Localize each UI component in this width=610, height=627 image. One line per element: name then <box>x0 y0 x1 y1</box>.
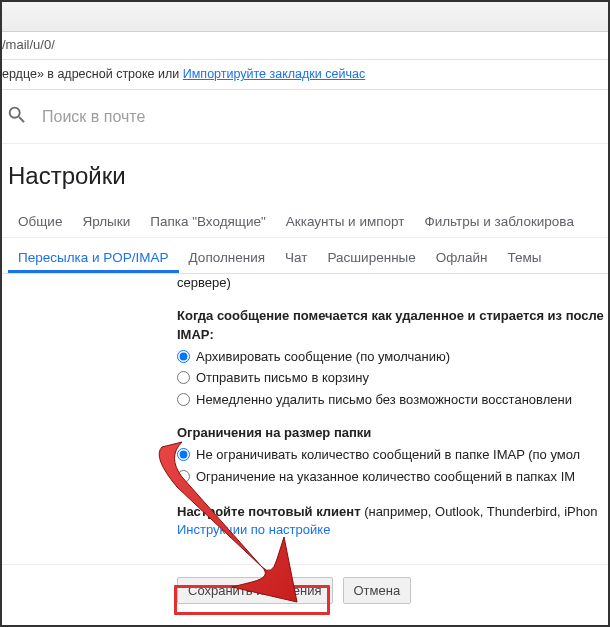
url-bar[interactable]: /mail/u/0/ <box>2 32 608 60</box>
delete-option-immediate[interactable]: Немедленно удалить письмо без возможност… <box>177 391 608 410</box>
cancel-button[interactable]: Отмена <box>343 577 412 604</box>
search-icon <box>6 104 42 129</box>
tab-inbox[interactable]: Папка "Входящие" <box>140 208 276 237</box>
radio-immediate-label: Немедленно удалить письмо без возможност… <box>196 391 572 410</box>
tab-filters[interactable]: Фильтры и заблокирова <box>414 208 583 237</box>
save-button[interactable]: Сохранить изменения <box>177 577 333 604</box>
settings-tabs-row2: Пересылка и POP/IMAP Дополнения Чат Расш… <box>2 238 608 274</box>
radio-archive[interactable] <box>177 350 190 363</box>
search-bar[interactable] <box>2 90 608 144</box>
delete-option-archive[interactable]: Архивировать сообщение (по умолчанию) <box>177 348 608 367</box>
tab-chat[interactable]: Чат <box>275 244 317 273</box>
limit-option-count[interactable]: Ограничение на указанное количество сооб… <box>177 468 608 487</box>
bookmarks-hint-bar: ердце» в адресной строке или Импортируйт… <box>2 60 608 90</box>
limit-option-none[interactable]: Не ограничивать количество сообщений в п… <box>177 446 608 465</box>
radio-archive-label: Архивировать сообщение (по умолчанию) <box>196 348 450 367</box>
client-heading: Настройте почтовый клиент (например, Out… <box>177 503 608 522</box>
tab-general[interactable]: Общие <box>8 208 72 237</box>
tab-accounts[interactable]: Аккаунты и импорт <box>276 208 415 237</box>
tab-themes[interactable]: Темы <box>498 244 552 273</box>
radio-limit-none[interactable] <box>177 448 190 461</box>
radio-limit-none-label: Не ограничивать количество сообщений в п… <box>196 446 580 465</box>
radio-limit-count[interactable] <box>177 470 190 483</box>
radio-immediate[interactable] <box>177 393 190 406</box>
client-heading-suffix: (например, Outlook, Thunderbird, iPhon <box>361 504 598 519</box>
tab-advanced[interactable]: Расширенные <box>317 244 425 273</box>
page-title: Настройки <box>2 144 608 202</box>
limit-heading: Ограничения на размер папки <box>177 424 608 443</box>
radio-trash[interactable] <box>177 371 190 384</box>
tab-forwarding-pop-imap[interactable]: Пересылка и POP/IMAP <box>8 244 179 273</box>
settings-content: сервере) Когда сообщение помечается как … <box>2 274 608 540</box>
client-heading-bold: Настройте почтовый клиент <box>177 504 361 519</box>
import-bookmarks-link[interactable]: Импортируйте закладки сейчас <box>183 67 365 81</box>
search-input[interactable] <box>42 108 602 126</box>
server-fragment: сервере) <box>177 274 608 293</box>
delete-option-trash[interactable]: Отправить письмо в корзину <box>177 369 608 388</box>
tab-offline[interactable]: Офлайн <box>426 244 498 273</box>
radio-limit-count-label: Ограничение на указанное количество сооб… <box>196 468 575 487</box>
tab-addons[interactable]: Дополнения <box>179 244 275 273</box>
url-text: /mail/u/0/ <box>2 37 55 52</box>
button-row: Сохранить изменения Отмена <box>2 564 608 620</box>
delete-heading: Когда сообщение помечается как удаленное… <box>177 307 608 345</box>
bookmarks-hint-text: ердце» в адресной строке или <box>2 67 183 81</box>
tab-labels[interactable]: Ярлыки <box>72 208 140 237</box>
client-instructions-link[interactable]: Инструкции по настройке <box>177 522 330 537</box>
settings-tabs-row1: Общие Ярлыки Папка "Входящие" Аккаунты и… <box>2 202 608 238</box>
radio-trash-label: Отправить письмо в корзину <box>196 369 369 388</box>
browser-chrome-top <box>2 2 608 32</box>
